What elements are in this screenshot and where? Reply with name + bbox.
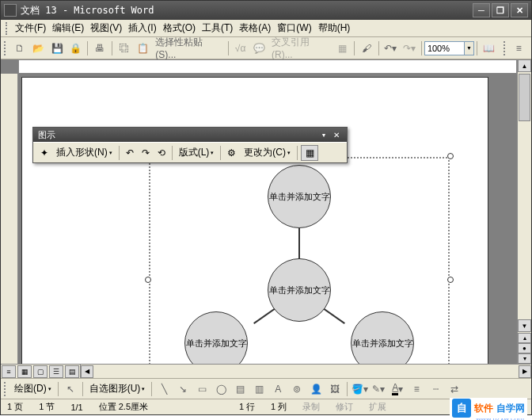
line-icon[interactable]: ╲ [155, 380, 173, 398]
line-style-icon[interactable]: ≡ [408, 380, 425, 398]
textbox-icon[interactable]: ▤ [231, 380, 249, 398]
menu-format[interactable]: 格式(O) [160, 20, 199, 36]
zoom-combo[interactable]: 100% [424, 41, 465, 55]
draw-menu-button[interactable]: 绘图(D) [11, 381, 55, 397]
fill-color-icon[interactable]: 🪣▾ [351, 380, 368, 398]
maximize-button[interactable]: ❐ [492, 3, 509, 17]
status-ext[interactable]: 扩展 [369, 401, 386, 413]
document-area[interactable]: 单击并添加文字 单击并添加文字 单击并添加文字 单击并添加文字 [18, 74, 517, 364]
vertical-textbox-icon[interactable]: ▥ [250, 380, 268, 398]
scroll-left-icon[interactable]: ◀ [81, 365, 93, 378]
scroll-down-icon[interactable]: ▼ [518, 319, 531, 332]
font-color-icon[interactable]: A▾ [389, 380, 406, 398]
next-page-icon[interactable]: ▾ [518, 353, 531, 364]
horizontal-scrollbar[interactable]: ◀ ▶ [81, 365, 531, 378]
wordart-icon[interactable]: A [269, 380, 287, 398]
paste-icon[interactable]: 📋 [135, 40, 152, 57]
save-icon[interactable]: 💾 [48, 40, 66, 57]
diagram-frame[interactable]: 单击并添加文字 单击并添加文字 单击并添加文字 单击并添加文字 [149, 157, 450, 364]
browse-object-icon[interactable]: ● [518, 343, 531, 353]
web-view-icon[interactable]: ▦ [17, 365, 32, 378]
align-icon[interactable]: ≡ [511, 40, 528, 57]
menu-window[interactable]: 窗口(W) [274, 20, 314, 36]
insert-shape-button[interactable]: 插入形状(N) [53, 145, 116, 161]
scroll-thumb[interactable] [519, 74, 530, 121]
menu-table[interactable]: 表格(A) [236, 20, 274, 36]
outline-view-icon[interactable]: ☰ [49, 365, 63, 378]
picture-icon[interactable]: 🖼 [326, 380, 344, 398]
resize-handle[interactable] [447, 153, 454, 159]
diagram-node-center[interactable]: 单击并添加文字 [268, 258, 331, 322]
layout-button[interactable]: 版式(L) [176, 145, 218, 161]
diagram-node-bottom-right[interactable]: 单击并添加文字 [351, 311, 414, 364]
app-icon [4, 4, 17, 17]
diagram-toolbar[interactable]: 图示 ▼ ✕ ✦ 插入形状(N) ↶ ↷ ⟲ 版式(L) ⚙ 更改为(C) ▦ [32, 127, 348, 163]
status-column: 1 列 [271, 401, 287, 413]
equation-icon: √α [232, 40, 249, 57]
zoom-dropdown-icon[interactable]: ▼ [465, 41, 474, 55]
diagram-icon[interactable]: ⊚ [288, 380, 306, 398]
grip-icon[interactable] [6, 22, 9, 35]
arrow-icon[interactable]: ↘ [174, 380, 192, 398]
menu-file[interactable]: 文件(F) [12, 20, 49, 36]
print-view-icon[interactable]: ▢ [33, 365, 48, 378]
change-to-button[interactable]: 更改为(C) [241, 145, 294, 161]
toolbar-options-icon[interactable]: ▼ [318, 129, 329, 140]
grip-icon[interactable] [504, 41, 507, 55]
status-rec[interactable]: 录制 [302, 401, 320, 413]
scroll-right-icon[interactable]: ▶ [519, 365, 531, 378]
status-rev[interactable]: 修订 [336, 401, 353, 413]
text-wrap-icon[interactable]: ▦ [301, 145, 318, 161]
workspace: 单击并添加文字 单击并添加文字 单击并添加文字 单击并添加文字 ▲ ▼ ▴ ● … [1, 59, 531, 364]
watermark: 自 软件 自学网 [450, 398, 527, 418]
page-canvas[interactable]: 单击并添加文字 单击并添加文字 单击并添加文字 单击并添加文字 [21, 77, 488, 364]
grip-icon[interactable] [4, 41, 7, 55]
toolbar-titlebar[interactable]: 图示 ▼ ✕ [33, 128, 347, 142]
close-button[interactable]: ✕ [511, 3, 528, 17]
toolbar-close-icon[interactable]: ✕ [331, 129, 342, 140]
selection-border [149, 157, 150, 364]
open-icon[interactable]: 📂 [30, 40, 48, 57]
arrow-style-icon[interactable]: ⇄ [446, 380, 463, 398]
paste-special-button[interactable]: 选择性粘贴(S)... [153, 40, 225, 57]
resize-handle[interactable] [145, 277, 151, 283]
resize-handle[interactable] [447, 277, 454, 283]
new-doc-icon[interactable]: 🗋 [11, 40, 28, 57]
vertical-ruler[interactable] [1, 74, 18, 364]
scroll-up-icon[interactable]: ▲ [518, 59, 531, 72]
clipart-icon[interactable]: 👤 [307, 380, 325, 398]
menubar: 文件(F) 编辑(E) 视图(V) 插入(I) 格式(O) 工具(T) 表格(A… [1, 20, 531, 37]
menu-tools[interactable]: 工具(T) [199, 20, 236, 36]
normal-view-icon[interactable]: ≡ [2, 365, 16, 378]
comment-icon: 💬 [250, 40, 268, 57]
reverse-icon: ⟲ [154, 145, 169, 161]
minimize-button[interactable]: ─ [473, 3, 490, 17]
horizontal-ruler[interactable] [18, 59, 517, 74]
rectangle-icon[interactable]: ▭ [193, 380, 211, 398]
vertical-scrollbar[interactable]: ▲ ▼ ▴ ● ▾ [517, 59, 531, 364]
menu-help[interactable]: 帮助(H) [315, 20, 354, 36]
reading-view-icon[interactable]: ▤ [65, 365, 79, 378]
autoformat-icon[interactable]: ⚙ [224, 145, 239, 161]
prev-page-icon[interactable]: ▴ [518, 333, 531, 343]
line-color-icon[interactable]: ✎▾ [370, 380, 387, 398]
read-mode-icon[interactable]: 📖 [481, 40, 498, 57]
oval-icon[interactable]: ◯ [212, 380, 230, 398]
menu-insert[interactable]: 插入(I) [125, 20, 159, 36]
insert-shape-icon[interactable]: ✦ [37, 145, 51, 161]
watermark-icon: 自 [452, 399, 471, 418]
menu-view[interactable]: 视图(V) [87, 20, 125, 36]
permission-icon[interactable]: 🔒 [67, 40, 85, 57]
menu-edit[interactable]: 编辑(E) [49, 20, 87, 36]
diagram-node-top[interactable]: 单击并添加文字 [268, 165, 331, 228]
format-painter-icon[interactable]: 🖌 [358, 40, 375, 57]
grip-icon[interactable] [4, 382, 7, 396]
copy-icon[interactable]: ⿻ [116, 40, 133, 57]
dash-style-icon[interactable]: ┄ [427, 380, 444, 398]
undo-icon[interactable]: ↶▾ [382, 40, 400, 57]
autoshapes-button[interactable]: 自选图形(U) [86, 381, 149, 397]
watermark-text2: 自学网 [496, 402, 525, 415]
print-icon[interactable]: 🖶 [91, 40, 108, 57]
diagram-node-bottom-left[interactable]: 单击并添加文字 [184, 311, 248, 364]
select-objects-icon[interactable]: ↖ [62, 380, 79, 398]
